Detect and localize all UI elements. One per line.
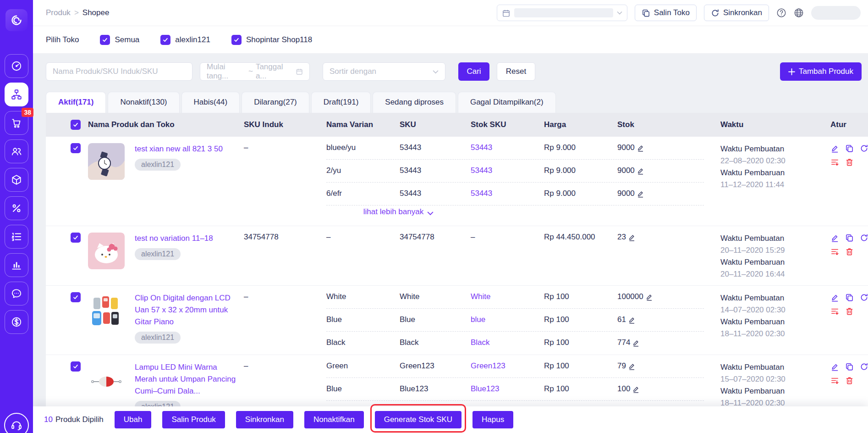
edit-stok-icon[interactable] <box>645 293 653 301</box>
edit-stok-icon[interactable] <box>632 385 640 393</box>
tab-aktif[interactable]: Aktif(171) <box>46 92 106 113</box>
row-checkbox[interactable] <box>71 292 81 302</box>
product-name-link[interactable]: test xian new all 821 3 50 <box>135 143 223 155</box>
stok-sku-link[interactable]: Black <box>471 338 490 347</box>
hapus-button[interactable]: Hapus <box>472 411 513 428</box>
edit-stok-icon[interactable] <box>632 339 640 347</box>
product-image[interactable] <box>88 292 125 329</box>
cari-button[interactable]: Cari <box>458 62 489 81</box>
log-export-icon[interactable] <box>830 158 839 167</box>
stok-sku-link[interactable]: Blue123 <box>471 384 499 393</box>
stok-sku-link[interactable]: 53443 <box>471 143 492 152</box>
copy-icon[interactable] <box>845 233 854 242</box>
globe-icon[interactable] <box>794 8 804 18</box>
product-name-link[interactable]: Lampu LED Mini Warna Merah untuk Umpan P… <box>135 361 239 397</box>
shop-checkbox-semua[interactable]: Semua <box>100 35 139 45</box>
log-export-icon[interactable] <box>830 307 839 316</box>
edit-pencil-icon[interactable] <box>830 293 839 302</box>
sidebar-item-inventory[interactable] <box>5 168 28 192</box>
stok-sku-link[interactable]: 53443 <box>471 189 492 198</box>
harga-value: Rp 100 <box>544 338 617 355</box>
sinkronkan-button[interactable]: Sinkronkan <box>704 5 769 21</box>
sidebar-item-reports[interactable] <box>5 253 28 277</box>
stok-sku-link[interactable]: White <box>471 292 490 301</box>
edit-stok-icon[interactable] <box>628 233 636 241</box>
customers-icon <box>11 145 22 157</box>
tambah-produk-button[interactable]: Tambah Produk <box>780 62 862 81</box>
show-more-link[interactable]: lihat lebih banyak <box>326 205 471 226</box>
trash-icon[interactable] <box>845 158 854 167</box>
sync-icon[interactable] <box>860 293 868 302</box>
generate-stok-sku-button[interactable]: Generate Stok SKU <box>375 411 461 428</box>
edit-stok-icon[interactable] <box>637 144 644 152</box>
copy-icon[interactable] <box>845 362 854 371</box>
sinkronkan-bulk-button[interactable]: Sinkronkan <box>236 411 293 428</box>
support-headset-icon[interactable] <box>4 413 29 433</box>
breadcrumb-parent[interactable]: Produk <box>46 8 71 17</box>
sidebar-item-order-list[interactable] <box>5 225 28 249</box>
tab-gagal-ditampilkan[interactable]: Gagal Ditampilkan(2) <box>458 92 556 113</box>
edit-stok-icon[interactable] <box>637 190 644 198</box>
header-date-select[interactable] <box>497 5 627 21</box>
copy-icon[interactable] <box>845 144 854 153</box>
salin-produk-button[interactable]: Salin Produk <box>162 411 225 428</box>
ginee-logo[interactable] <box>5 9 27 31</box>
product-name-link[interactable]: test no variation 11–18 <box>135 233 213 244</box>
tab-draft[interactable]: Draft(191) <box>311 92 371 113</box>
edit-pencil-icon[interactable] <box>830 233 839 242</box>
tab-habis[interactable]: Habis(44) <box>181 92 240 113</box>
date-range-input[interactable]: Mulai tang... ~ Tanggal a... <box>200 62 310 81</box>
select-all-checkbox[interactable] <box>71 120 81 130</box>
product-image[interactable] <box>88 143 125 180</box>
sidebar-item-orders[interactable]: 38 <box>5 111 28 135</box>
sync-icon[interactable] <box>860 233 868 242</box>
product-name-link[interactable]: Clip On Digital dengan LCD Uan 57 x 32 x… <box>135 292 239 328</box>
tab-nonaktif[interactable]: Nonaktif(130) <box>108 92 179 113</box>
edit-pencil-icon[interactable] <box>830 144 839 153</box>
shop-checkbox-shopintar[interactable]: Shopintar Shop118 <box>231 35 312 45</box>
trash-icon[interactable] <box>845 376 854 385</box>
stok-sku-link[interactable]: 53443 <box>471 166 492 175</box>
sidebar-item-finance[interactable] <box>5 310 28 334</box>
search-input[interactable] <box>46 62 192 81</box>
nonaktifkan-button[interactable]: Nonaktifkan <box>304 411 364 428</box>
row-checkbox[interactable] <box>71 361 81 372</box>
tab-sedang-diproses[interactable]: Sedang diproses <box>373 92 456 113</box>
shop-checkbox-alexlin121[interactable]: alexlin121 <box>160 35 210 45</box>
edit-stok-icon[interactable] <box>628 362 636 370</box>
edit-stok-icon[interactable] <box>637 167 644 175</box>
row-checkbox[interactable] <box>71 233 81 243</box>
product-image[interactable] <box>88 233 125 269</box>
help-icon[interactable] <box>776 8 786 18</box>
harga-value: Rp 100 <box>544 384 617 401</box>
stok-sku-link[interactable]: Green123 <box>471 361 505 370</box>
reset-button[interactable]: Reset <box>497 62 535 81</box>
trash-icon[interactable] <box>845 247 854 256</box>
copy-icon[interactable] <box>845 293 854 302</box>
sync-icon[interactable] <box>860 144 868 153</box>
sidebar-item-promotions[interactable] <box>5 196 28 220</box>
stok-value: 9000 <box>617 143 635 152</box>
harga-value: Rp 9.000 <box>544 166 617 183</box>
sidebar-item-dashboard[interactable] <box>5 54 28 78</box>
atur-cell <box>830 355 868 414</box>
sort-select[interactable]: Sortir dengan <box>323 62 445 81</box>
salin-toko-button[interactable]: Salin Toko <box>635 5 697 21</box>
edit-pencil-icon[interactable] <box>830 362 839 371</box>
sidebar-item-products[interactable] <box>5 83 28 106</box>
edit-stok-icon[interactable] <box>628 316 636 324</box>
sidebar-item-chat[interactable] <box>5 282 28 305</box>
sidebar-item-customers[interactable] <box>5 139 28 163</box>
trash-icon[interactable] <box>845 307 854 316</box>
ubah-button[interactable]: Ubah <box>115 411 152 428</box>
col-sku: SKU <box>400 120 471 129</box>
product-image[interactable] <box>88 361 125 398</box>
log-export-icon[interactable] <box>830 376 839 385</box>
varian-name: Blue <box>326 384 400 401</box>
tab-dilarang[interactable]: Dilarang(27) <box>242 92 309 113</box>
sync-icon[interactable] <box>860 362 868 371</box>
row-checkbox[interactable] <box>71 143 81 153</box>
col-sku-induk: SKU Induk <box>244 120 326 129</box>
stok-sku-link[interactable]: blue <box>471 315 485 324</box>
log-export-icon[interactable] <box>830 247 839 256</box>
